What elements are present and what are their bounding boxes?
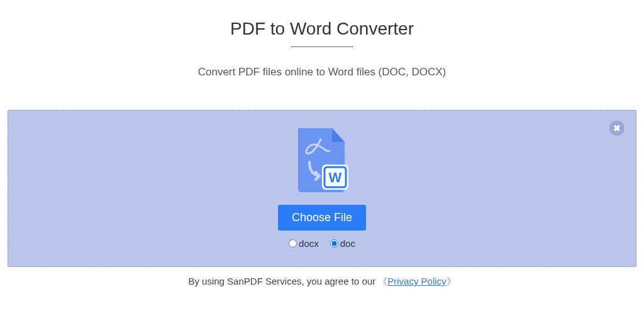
svg-text:W: W bbox=[329, 170, 342, 185]
footer-agree-text: By using SanPDF Services, you agree to o… bbox=[188, 276, 378, 286]
bracket-close: 》 bbox=[447, 276, 456, 286]
pdf-to-word-icon: W bbox=[293, 126, 351, 195]
bracket-open: 《 bbox=[378, 276, 387, 286]
title-underline bbox=[291, 46, 353, 47]
format-radio-group: docx doc bbox=[8, 238, 636, 249]
page-title: PDF to Word Converter bbox=[230, 19, 414, 39]
conversion-icon-wrap: W bbox=[8, 126, 636, 195]
privacy-policy-link[interactable]: Privacy Policy bbox=[387, 276, 446, 286]
choose-file-button[interactable]: Choose File bbox=[278, 205, 366, 231]
close-icon: ✖ bbox=[613, 123, 621, 133]
radio-option-docx[interactable]: docx bbox=[289, 238, 319, 249]
radio-docx-input[interactable] bbox=[289, 239, 297, 248]
page-subtitle: Convert PDF files online to Word files (… bbox=[0, 66, 644, 79]
close-button[interactable]: ✖ bbox=[609, 121, 625, 136]
radio-doc-label: doc bbox=[340, 238, 355, 249]
file-dropzone[interactable]: ✖ W Choose File docx bbox=[8, 110, 636, 267]
radio-option-doc[interactable]: doc bbox=[330, 238, 355, 249]
radio-docx-label: docx bbox=[299, 238, 319, 249]
footer-text: By using SanPDF Services, you agree to o… bbox=[0, 276, 644, 288]
radio-doc-input[interactable] bbox=[330, 239, 338, 248]
